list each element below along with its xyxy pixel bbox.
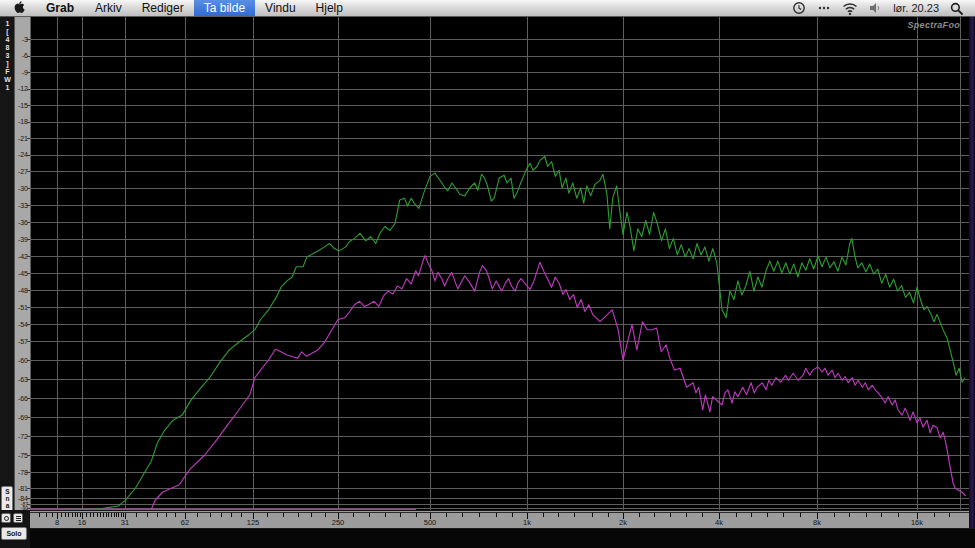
time-machine-icon[interactable] [792, 1, 806, 15]
wifi-icon[interactable] [842, 2, 858, 15]
freq-minor-tick [121, 513, 122, 517]
status-area: lør. 20.23 [792, 0, 975, 16]
freq-tick-label: 4k [715, 518, 723, 527]
freq-minor-tick [86, 513, 87, 517]
freq-minor-tick [75, 513, 76, 517]
freq-minor-tick [111, 513, 112, 517]
screen: GrabArkivRedigerTa bildeVinduHjelp lør. … [0, 0, 975, 548]
freq-minor-tick [136, 513, 137, 517]
freq-minor-tick [353, 513, 354, 517]
freq-minor-tick [116, 513, 117, 517]
freq-minor-tick [866, 513, 867, 517]
menu-item-rediger[interactable]: Rediger [132, 0, 194, 16]
freq-minor-tick [197, 513, 198, 517]
freq-minor-tick [512, 513, 513, 517]
menu-item-hjelp[interactable]: Hjelp [306, 0, 353, 16]
freq-minor-tick [462, 513, 463, 517]
channel-label: 1[483]FW1 [0, 20, 14, 92]
freq-minor-tick [97, 513, 98, 517]
volume-icon[interactable] [869, 2, 882, 14]
freq-minor-tick [298, 513, 299, 517]
freq-tick-label: 16k [911, 518, 923, 527]
menu-item-ta-bilde[interactable]: Ta bilde [194, 0, 255, 16]
freq-minor-tick [210, 513, 211, 517]
freq-minor-tick [369, 513, 370, 517]
freq-tick-label: 125 [247, 518, 260, 527]
spectrograph-display[interactable]: SpectraFoo [30, 17, 969, 510]
icon-row [1, 513, 23, 523]
freq-minor-tick [934, 513, 935, 517]
apple-menu[interactable] [0, 0, 35, 16]
freq-minor-tick [639, 513, 640, 517]
freq-minor-tick [751, 513, 752, 517]
freq-minor-tick [267, 513, 268, 517]
freq-minor-tick [574, 513, 575, 517]
freq-minor-tick [72, 513, 73, 517]
freq-minor-tick [241, 513, 242, 517]
freq-minor-tick [558, 513, 559, 517]
menu-item-arkiv[interactable]: Arkiv [85, 0, 132, 16]
menu-bar: GrabArkivRedigerTa bildeVinduHjelp lør. … [0, 0, 975, 17]
freq-minor-tick [608, 513, 609, 517]
freq-tick-label: 250 [332, 518, 345, 527]
freq-minor-tick [767, 513, 768, 517]
freq-minor-tick [325, 513, 326, 517]
freq-minor-tick [311, 513, 312, 517]
freq-minor-tick [592, 513, 593, 517]
freq-minor-tick [108, 513, 109, 517]
freq-minor-tick [166, 513, 167, 517]
freq-tick-label: 62 [181, 518, 189, 527]
freq-minor-tick [52, 513, 53, 517]
freq-minor-tick [123, 513, 124, 517]
freq-minor-tick [68, 513, 69, 517]
freq-minor-tick [77, 513, 78, 517]
freq-minor-tick [118, 513, 119, 517]
freq-minor-tick [849, 513, 850, 517]
freq-minor-tick [283, 513, 284, 517]
freq-minor-tick [416, 513, 417, 517]
spectrum-magenta [30, 255, 966, 509]
freq-minor-tick [446, 513, 447, 517]
freq-minor-tick [654, 513, 655, 517]
freq-tick-label: 31 [121, 518, 129, 527]
freq-minor-tick [496, 513, 497, 517]
freq-minor-tick [800, 513, 801, 517]
freq-minor-tick [783, 513, 784, 517]
solo-button[interactable]: Solo [1, 527, 27, 540]
freq-minor-tick [39, 513, 40, 517]
freq-minor-tick [175, 513, 176, 517]
freq-tick-label: 8 [55, 518, 59, 527]
menu-item-vindu[interactable]: Vindu [255, 0, 305, 16]
channel-strip: 1[483]FW1 [0, 17, 14, 548]
freq-minor-tick [61, 513, 62, 517]
freq-minor-tick [65, 513, 66, 517]
freq-minor-tick [670, 513, 671, 517]
freq-minor-tick [686, 513, 687, 517]
freq-minor-tick [898, 513, 899, 517]
list-icon[interactable] [13, 513, 23, 523]
freq-minor-tick [114, 513, 115, 517]
freq-minor-tick [702, 513, 703, 517]
menu-items: GrabArkivRedigerTa bildeVinduHjelp [35, 0, 353, 16]
freq-minor-tick [479, 513, 480, 517]
freq-minor-tick [221, 513, 222, 517]
freq-minor-tick [80, 513, 81, 517]
freq-minor-tick [231, 513, 232, 517]
spotlight-search-icon[interactable] [950, 2, 963, 15]
db-scale[interactable]: -3-6-9-12-15-18-21-24-27-30-33-36-39-42-… [14, 17, 30, 510]
menu-item-grab[interactable]: Grab [35, 0, 85, 16]
freq-minor-tick [385, 513, 386, 517]
freq-minor-tick [881, 513, 882, 517]
freq-tick-label: 16 [78, 518, 86, 527]
power-icon[interactable] [1, 513, 11, 523]
freq-minor-tick [100, 513, 101, 517]
freq-minor-tick [103, 513, 104, 517]
menu-clock[interactable]: lør. 20.23 [893, 2, 939, 14]
freq-minor-tick [834, 513, 835, 517]
freq-tick-label: 2k [619, 518, 627, 527]
ellipsis-icon[interactable] [817, 1, 831, 15]
frequency-ruler[interactable]: 81631621252505001k2k4k8k16k [30, 510, 975, 528]
freq-tick-label: 8k [813, 518, 821, 527]
freq-minor-tick [147, 513, 148, 517]
window-edge [969, 17, 975, 528]
